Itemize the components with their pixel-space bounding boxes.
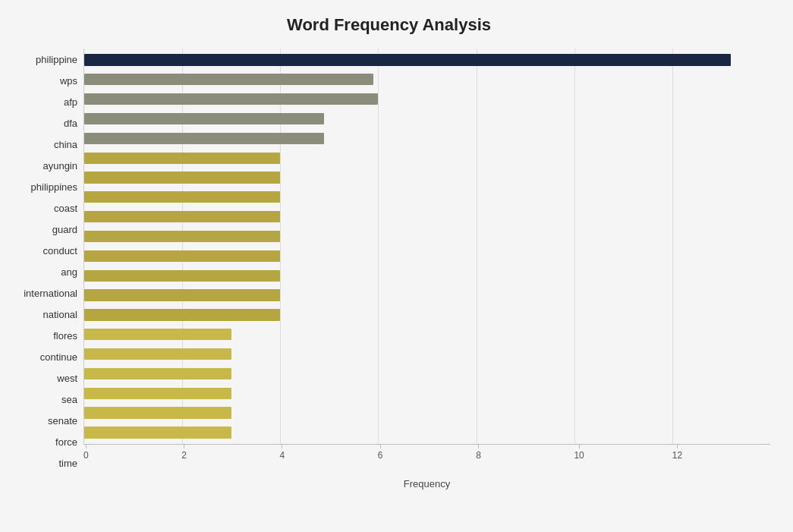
bar <box>84 427 231 438</box>
chart-container: Word Frequency Analysis philippinewpsafp… <box>0 0 793 532</box>
x-tick-label: 6 <box>378 450 383 461</box>
bar <box>84 231 280 242</box>
x-tick: 12 <box>672 445 682 461</box>
x-tick-label: 4 <box>280 450 285 461</box>
bar <box>84 329 231 340</box>
y-label: time <box>58 458 77 468</box>
bar-row <box>84 148 770 168</box>
bar <box>84 270 280 282</box>
bar-row <box>84 285 770 305</box>
bar <box>84 407 231 418</box>
bar-row <box>84 383 770 403</box>
x-tick-label: 0 <box>83 450 89 461</box>
bar <box>84 113 324 124</box>
bars-area <box>83 49 770 444</box>
y-label: flores <box>53 331 77 341</box>
bar <box>84 348 231 360</box>
y-label: wps <box>60 76 77 86</box>
y-axis: philippinewpsafpdfachinaayunginphilippin… <box>8 49 83 474</box>
y-label: force <box>55 437 77 447</box>
y-label: ayungin <box>42 161 77 171</box>
bar <box>84 309 280 320</box>
x-tick-line <box>677 445 678 449</box>
bar <box>84 153 280 164</box>
y-label: continue <box>40 352 77 362</box>
y-label: sea <box>61 395 77 405</box>
bar-row <box>84 345 770 364</box>
y-label: national <box>42 310 77 320</box>
x-tick-line <box>86 445 87 449</box>
bar-row <box>84 50 770 70</box>
x-tick: 10 <box>574 445 584 461</box>
bar <box>84 74 373 85</box>
bar <box>84 368 231 379</box>
bar <box>84 211 280 222</box>
y-label: international <box>24 288 77 298</box>
x-axis-title: Frequency <box>83 478 770 490</box>
chart-area: philippinewpsafpdfachinaayunginphilippin… <box>8 49 770 474</box>
x-tick: 8 <box>476 445 481 461</box>
y-label: china <box>54 140 77 150</box>
bar <box>84 133 324 144</box>
bar-row <box>84 423 770 442</box>
y-label: philippine <box>36 55 77 65</box>
bars-list <box>84 49 770 444</box>
bar-row <box>84 246 770 266</box>
x-tick: 0 <box>83 445 89 461</box>
bar-row <box>84 90 770 109</box>
bar-row <box>84 364 770 384</box>
bar-row <box>84 128 770 148</box>
x-tick-line <box>184 445 184 449</box>
x-tick: 6 <box>378 445 383 461</box>
bar-row <box>84 168 770 187</box>
y-label: ang <box>61 267 77 277</box>
y-label: coast <box>54 203 77 213</box>
chart-title: Word Frequency Analysis <box>8 15 770 35</box>
bar <box>84 54 731 65</box>
bar-row <box>84 227 770 247</box>
y-label: senate <box>48 416 77 426</box>
bar-row <box>84 325 770 345</box>
x-tick: 2 <box>181 445 187 461</box>
bar-row <box>84 109 770 129</box>
x-tick-label: 2 <box>181 450 187 461</box>
bar <box>84 250 280 262</box>
y-label: philippines <box>31 182 77 192</box>
bar <box>84 93 378 105</box>
bar-row <box>84 305 770 325</box>
bar <box>84 388 231 399</box>
x-tick-label: 8 <box>476 450 481 461</box>
y-label: dfa <box>64 118 77 128</box>
x-axis: 024681012 Frequency <box>83 444 770 474</box>
bar <box>84 191 280 203</box>
bar-row <box>84 70 770 90</box>
bar-row <box>84 266 770 285</box>
bar <box>84 172 280 183</box>
bars-and-xaxis: 024681012 Frequency <box>83 49 770 474</box>
bar <box>84 289 280 301</box>
x-tick-line <box>380 445 381 449</box>
x-tick-label: 10 <box>574 450 584 461</box>
bar-row <box>84 403 770 423</box>
x-tick-label: 12 <box>672 450 682 461</box>
x-tick-line <box>282 445 282 449</box>
bar-row <box>84 207 770 227</box>
y-label: west <box>57 373 77 383</box>
x-ticks: 024681012 <box>83 445 770 474</box>
bar-row <box>84 187 770 207</box>
x-tick: 4 <box>280 445 285 461</box>
y-label: conduct <box>42 246 77 256</box>
y-label: afp <box>64 97 77 107</box>
x-tick-line <box>478 445 479 449</box>
y-label: guard <box>52 225 77 235</box>
x-tick-line <box>579 445 580 449</box>
